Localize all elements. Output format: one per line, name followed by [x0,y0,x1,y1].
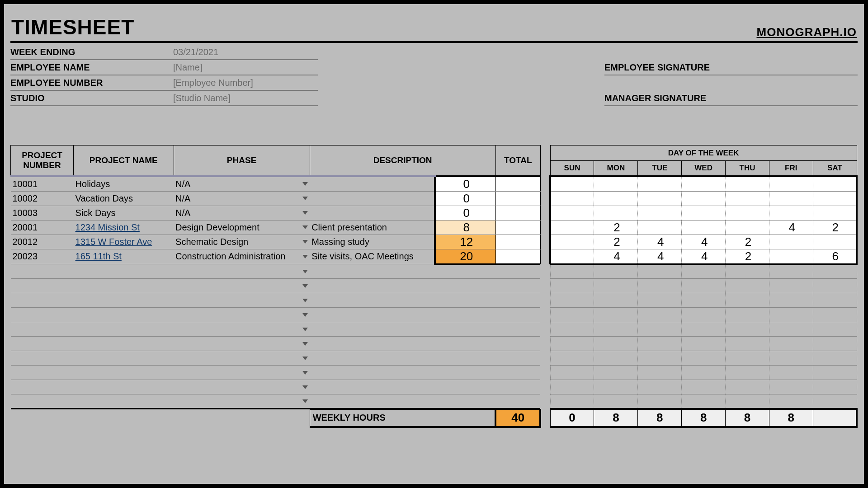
empty-cell[interactable] [435,380,495,394]
empty-cell[interactable] [310,322,435,337]
cell-day[interactable] [638,206,682,220]
empty-day-cell[interactable] [726,264,769,279]
empty-day-cell[interactable] [813,380,857,394]
empty-day-cell[interactable] [726,293,769,308]
cell-day[interactable] [813,206,857,220]
chevron-down-icon[interactable] [302,182,308,186]
empty-day-cell[interactable] [550,337,594,351]
cell-day[interactable] [682,176,726,192]
empty-cell[interactable] [74,264,174,279]
empty-cell[interactable] [11,337,74,351]
cell-day[interactable] [813,235,857,249]
empty-cell[interactable] [495,308,540,322]
cell-project-number[interactable]: 10003 [11,206,74,220]
empty-day-cell[interactable] [726,337,769,351]
empty-day-cell[interactable] [726,322,769,337]
empty-cell[interactable] [11,279,74,293]
empty-cell[interactable] [310,279,435,293]
cell-day[interactable]: 4 [638,249,682,264]
empty-day-cell[interactable] [682,322,726,337]
empty-day-cell[interactable] [594,337,638,351]
cell-project-number[interactable]: 10001 [11,176,74,192]
chevron-down-icon[interactable] [302,342,308,346]
empty-cell[interactable] [310,264,435,279]
empty-cell[interactable] [435,394,495,409]
chevron-down-icon[interactable] [302,270,308,273]
empty-day-cell[interactable] [769,308,813,322]
cell-day[interactable] [638,220,682,235]
cell-total-blank[interactable] [495,206,540,220]
empty-day-cell[interactable] [726,351,769,366]
empty-day-cell[interactable] [638,293,682,308]
cell-project-name[interactable]: 1234 Mission St [74,220,174,235]
empty-cell[interactable] [174,279,310,293]
cell-description[interactable]: Site visits, OAC Meetings [310,249,435,264]
empty-cell[interactable] [310,394,435,409]
chevron-down-icon[interactable] [302,299,308,302]
empty-cell[interactable] [495,351,540,366]
empty-day-cell[interactable] [550,351,594,366]
cell-total-blank[interactable] [495,191,540,206]
empty-cell[interactable] [74,380,174,394]
cell-day[interactable]: 2 [813,220,857,235]
empty-day-cell[interactable] [682,264,726,279]
cell-day[interactable]: 4 [682,235,726,249]
chevron-down-icon[interactable] [302,385,308,389]
cell-phase[interactable]: Construction Administration [174,249,310,264]
empty-day-cell[interactable] [638,394,682,409]
empty-day-cell[interactable] [726,308,769,322]
cell-day[interactable] [550,191,594,206]
empty-cell[interactable] [174,380,310,394]
empty-cell[interactable] [174,366,310,380]
empty-cell[interactable] [435,337,495,351]
cell-project-number[interactable]: 20012 [11,235,74,249]
empty-cell[interactable] [495,337,540,351]
empty-day-cell[interactable] [594,366,638,380]
empty-cell[interactable] [174,394,310,409]
cell-project-number[interactable]: 20001 [11,220,74,235]
cell-day[interactable] [813,191,857,206]
empty-day-cell[interactable] [638,308,682,322]
empty-cell[interactable] [310,380,435,394]
cell-day[interactable] [769,249,813,264]
cell-project-number[interactable]: 20023 [11,249,74,264]
empty-cell[interactable] [174,322,310,337]
chevron-down-icon[interactable] [302,284,308,288]
empty-day-cell[interactable] [769,264,813,279]
cell-day[interactable]: 2 [726,249,769,264]
empty-cell[interactable] [310,308,435,322]
empty-day-cell[interactable] [769,366,813,380]
cell-day[interactable] [550,176,594,192]
empty-cell[interactable] [11,394,74,409]
empty-cell[interactable] [495,264,540,279]
empty-day-cell[interactable] [638,351,682,366]
empty-cell[interactable] [11,366,74,380]
empty-day-cell[interactable] [682,308,726,322]
cell-day[interactable]: 4 [769,220,813,235]
empty-day-cell[interactable] [682,351,726,366]
empty-cell[interactable] [11,293,74,308]
cell-day[interactable] [638,191,682,206]
empty-day-cell[interactable] [638,366,682,380]
week-ending-value[interactable]: 03/21/2021 [173,47,218,57]
cell-day[interactable] [550,235,594,249]
cell-description[interactable] [310,206,435,220]
empty-day-cell[interactable] [550,293,594,308]
empty-cell[interactable] [11,351,74,366]
empty-day-cell[interactable] [550,264,594,279]
empty-day-cell[interactable] [638,380,682,394]
empty-day-cell[interactable] [638,279,682,293]
empty-cell[interactable] [495,380,540,394]
empty-cell[interactable] [310,293,435,308]
empty-cell[interactable] [11,380,74,394]
cell-day[interactable] [682,191,726,206]
empty-cell[interactable] [174,264,310,279]
brand-link[interactable]: MONOGRAPH.IO [757,25,857,39]
empty-cell[interactable] [495,293,540,308]
empty-day-cell[interactable] [550,394,594,409]
empty-cell[interactable] [435,293,495,308]
empty-cell[interactable] [74,293,174,308]
empty-cell[interactable] [74,279,174,293]
empty-cell[interactable] [11,264,74,279]
cell-day[interactable] [550,220,594,235]
